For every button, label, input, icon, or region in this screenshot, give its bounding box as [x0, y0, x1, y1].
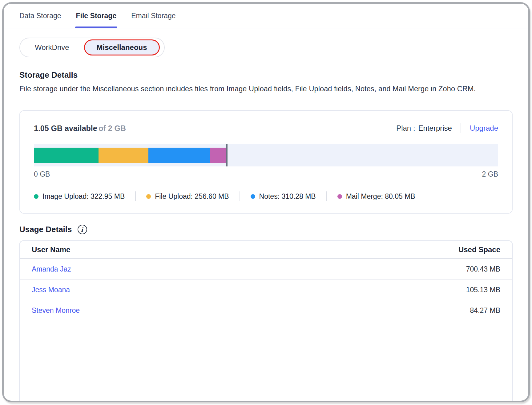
legend-divider [240, 191, 240, 201]
plan-name: Enterprise [418, 124, 452, 133]
tab-email-storage[interactable]: Email Storage [131, 12, 175, 28]
toggle-option-workdrive[interactable]: WorkDrive [20, 43, 84, 52]
legend-item-image-upload: Image Upload: 322.95 MB [34, 192, 125, 201]
storage-details-description: File storage under the Miscellaneous sec… [19, 85, 513, 93]
storage-usage-bar-segments [34, 148, 498, 163]
usage-details-heading: Usage Details [19, 225, 72, 234]
legend-dot-notes [251, 194, 255, 199]
legend-dot-mail-merge [337, 194, 342, 199]
upgrade-link[interactable]: Upgrade [470, 124, 498, 133]
table-row: Amanda Jaz 700.43 MB [20, 259, 512, 280]
tab-email-storage-label: Email Storage [131, 12, 175, 20]
column-header-user-name: User Name [32, 245, 70, 254]
bar-segment-notes [148, 148, 210, 163]
plan-area: Plan : Enterprise Upgrade [396, 123, 498, 133]
scale-max-label: 2 GB [482, 170, 498, 178]
usage-table: User Name Used Space Amanda Jaz 700.43 M… [19, 240, 513, 402]
legend-item-notes: Notes: 310.28 MB [251, 192, 316, 201]
used-space-value: 105.13 MB [466, 286, 500, 294]
tab-data-storage[interactable]: Data Storage [19, 12, 61, 28]
file-storage-source-toggle: WorkDrive Miscellaneous [19, 38, 165, 57]
usage-table-header-row: User Name Used Space [20, 241, 512, 259]
total-amount: of 2 GB [99, 124, 126, 133]
bar-segment-mail-merge [210, 148, 226, 163]
available-amount: 1.05 GB available [34, 124, 97, 133]
table-row: Jess Moana 105.13 MB [20, 280, 512, 300]
storage-details-heading: Storage Details [19, 70, 528, 80]
tab-file-storage[interactable]: File Storage [76, 12, 117, 28]
storage-settings-window: Data Storage File Storage Email Storage … [2, 2, 530, 402]
bar-segment-file-upload [99, 148, 149, 163]
availability-text: 1.05 GB available of 2 GB [34, 124, 126, 133]
legend-item-mail-merge: Mail Merge: 80.05 MB [337, 192, 415, 201]
info-icon[interactable]: i [78, 225, 87, 234]
used-space-marker [226, 144, 228, 166]
plan-label: Plan : [396, 124, 415, 133]
usage-details-header: Usage Details i [19, 225, 528, 234]
legend-text-file-upload: File Upload: 256.60 MB [155, 192, 229, 201]
legend-dot-file-upload [146, 194, 151, 199]
bar-scale-labels: 0 GB 2 GB [34, 170, 498, 178]
scale-min-label: 0 GB [34, 170, 50, 178]
legend-text-notes: Notes: 310.28 MB [259, 192, 316, 201]
legend-dot-image-upload [34, 194, 38, 199]
storage-card-header: 1.05 GB available of 2 GB Plan : Enterpr… [34, 123, 498, 133]
tab-file-storage-label: File Storage [76, 12, 117, 20]
legend-text-mail-merge: Mail Merge: 80.05 MB [346, 192, 415, 201]
storage-usage-bar [34, 144, 498, 166]
bar-segment-image-upload [34, 148, 99, 163]
user-name-link[interactable]: Steven Monroe [32, 306, 80, 315]
table-row: Steven Monroe 84.27 MB [20, 300, 512, 321]
used-space-value: 700.43 MB [466, 265, 500, 273]
user-name-link[interactable]: Amanda Jaz [32, 265, 71, 273]
legend-item-file-upload: File Upload: 256.60 MB [146, 192, 229, 201]
used-space-value: 84.27 MB [470, 306, 500, 315]
tab-data-storage-label: Data Storage [19, 12, 61, 20]
column-header-used-space: Used Space [458, 245, 500, 254]
user-name-link[interactable]: Jess Moana [32, 286, 70, 294]
storage-tab-bar: Data Storage File Storage Email Storage [4, 4, 528, 28]
legend-text-image-upload: Image Upload: 322.95 MB [42, 192, 125, 201]
active-tab-underline [75, 27, 118, 28]
storage-legend: Image Upload: 322.95 MB File Upload: 256… [34, 191, 498, 204]
plan-upgrade-divider [461, 123, 461, 133]
toggle-option-miscellaneous[interactable]: Miscellaneous [84, 39, 160, 55]
storage-summary-card: 1.05 GB available of 2 GB Plan : Enterpr… [19, 110, 513, 214]
legend-divider [326, 191, 327, 201]
legend-divider [135, 191, 136, 201]
